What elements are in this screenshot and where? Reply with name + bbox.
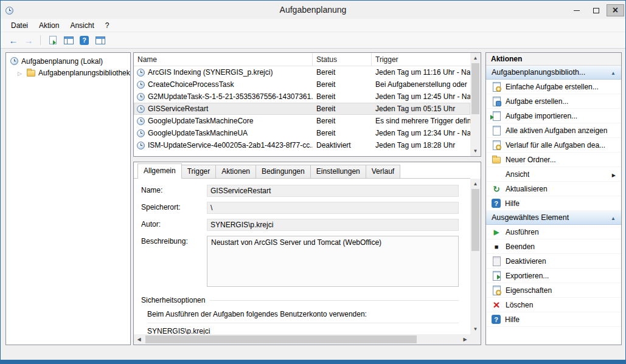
- action-help-selected[interactable]: Hilfe: [486, 312, 621, 327]
- console-tree-panel: Aufgabenplanung (Lokal) Aufgabenplanungs…: [5, 52, 131, 345]
- scroll-down-icon[interactable]: [470, 324, 481, 334]
- titlebar: Aufgabenplanung: [1, 1, 625, 19]
- details-scrollbar-vertical[interactable]: [470, 179, 481, 334]
- task-icon: [137, 142, 145, 149]
- help-button[interactable]: [77, 34, 91, 47]
- action-disable[interactable]: Deaktivieren: [486, 254, 621, 269]
- scrollbar-thumb[interactable]: [145, 335, 417, 343]
- menu-aktion[interactable]: Aktion: [33, 19, 64, 32]
- scroll-down-icon[interactable]: [470, 146, 481, 156]
- task-row-selected[interactable]: GISServiceRestart Bereit Jeden Tag um 05…: [134, 103, 470, 115]
- action-show-active-tasks[interactable]: Alle aktiven Aufgaben anzeigen: [486, 123, 621, 138]
- task-row[interactable]: GoogleUpdateTaskMachineUA Bereit Jeden T…: [134, 127, 470, 139]
- task-name: GISServiceRestart: [148, 105, 208, 113]
- task-scheduler-window: Aufgabenplanung Datei Aktion Ansicht ? A…: [0, 0, 626, 364]
- task-status: Bereit: [313, 68, 372, 77]
- task-row[interactable]: GoogleUpdateTaskMachineCore Bereit Es si…: [134, 115, 470, 127]
- chevron-up-icon[interactable]: [611, 68, 616, 77]
- tab-bedingungen[interactable]: Bedingungen: [256, 165, 311, 178]
- action-disable-history[interactable]: Verlauf für alle Aufgaben dea...: [486, 138, 621, 153]
- new-folder-icon: [492, 155, 501, 165]
- menu-ansicht[interactable]: Ansicht: [64, 19, 99, 32]
- stop-icon: [492, 242, 501, 252]
- minimize-button[interactable]: [568, 4, 585, 16]
- tree-item-aufgabenplanung-lokal[interactable]: Aufgabenplanung (Lokal): [6, 55, 130, 67]
- author-field[interactable]: SYNERGIS\p.krejci: [207, 219, 459, 231]
- location-label: Speicherort:: [141, 202, 207, 214]
- tab-verlauf[interactable]: Verlauf: [366, 165, 400, 178]
- action-view[interactable]: Ansicht: [486, 167, 621, 182]
- chevron-right-icon[interactable]: [18, 69, 24, 77]
- action-export[interactable]: Exportieren...: [486, 269, 621, 283]
- action-import-task[interactable]: Aufgabe importieren...: [486, 109, 621, 123]
- location-field[interactable]: \: [207, 202, 459, 214]
- scroll-left-icon[interactable]: [134, 334, 144, 345]
- back-button[interactable]: [7, 35, 20, 46]
- history-icon: [492, 140, 501, 150]
- description-field[interactable]: Neustart von ArcGIS Server und Tomcat (W…: [207, 236, 459, 287]
- task-row[interactable]: G2MUpdateTask-S-1-5-21-3535367556-143073…: [134, 91, 470, 103]
- task-name: GoogleUpdateTaskMachineUA: [148, 129, 248, 137]
- task-icon: [137, 81, 145, 89]
- chevron-up-icon[interactable]: [611, 213, 616, 222]
- section-header-library[interactable]: Aufgabenplanungsbiblioth...: [486, 66, 621, 80]
- action-pane-icon: [96, 36, 105, 44]
- action-run[interactable]: Ausführen: [486, 225, 621, 239]
- scroll-up-icon[interactable]: [470, 53, 481, 63]
- task-create-icon: [492, 97, 501, 106]
- task-status: Deaktiviert: [313, 141, 372, 149]
- tab-einstellungen[interactable]: Einstellungen: [310, 165, 366, 178]
- maximize-button[interactable]: [587, 4, 605, 16]
- task-row[interactable]: ArcGIS Indexing (SYNERGIS_p.krejci) Bere…: [134, 66, 470, 78]
- scrollbar-track[interactable]: [470, 63, 481, 146]
- scroll-right-icon[interactable]: [460, 334, 470, 345]
- scrollbar-track[interactable]: [470, 189, 481, 324]
- export-list-button[interactable]: [46, 34, 60, 47]
- column-header-name[interactable]: Name: [134, 53, 313, 66]
- task-list-header: Name Status Trigger: [134, 53, 470, 66]
- tab-aktionen[interactable]: Aktionen: [215, 165, 256, 178]
- close-button[interactable]: [607, 4, 624, 16]
- delete-icon: [492, 300, 501, 310]
- column-header-trigger[interactable]: Trigger: [372, 53, 470, 66]
- action-delete[interactable]: Löschen: [486, 298, 621, 312]
- action-help[interactable]: Hilfe: [486, 196, 621, 211]
- action-refresh[interactable]: Aktualisieren: [486, 182, 621, 196]
- action-pane-button[interactable]: [93, 34, 107, 47]
- scroll-up-icon[interactable]: [470, 179, 481, 189]
- task-row[interactable]: CreateChoiceProcessTask Bereit Bei Aufga…: [134, 78, 470, 91]
- scrollbar-thumb[interactable]: [471, 63, 479, 114]
- action-properties[interactable]: Eigenschaften: [486, 283, 621, 298]
- tree-item-aufgabenplanungsbibliothek[interactable]: Aufgabenplanungsbibliothek: [6, 67, 130, 78]
- task-icon: [137, 93, 145, 101]
- section-header-selected-item[interactable]: Ausgewähltes Element: [486, 211, 621, 225]
- tab-trigger[interactable]: Trigger: [181, 165, 217, 178]
- task-name: ISM-UpdateService-4e00205a-2ab1-4423-8f7…: [148, 141, 313, 149]
- menu-datei[interactable]: Datei: [5, 19, 33, 32]
- action-create-basic-task[interactable]: Einfache Aufgabe erstellen...: [486, 80, 621, 94]
- task-list-scrollbar[interactable]: [470, 53, 481, 156]
- active-tasks-icon: [492, 126, 501, 136]
- task-name: CreateChoiceProcessTask: [148, 80, 234, 89]
- column-header-status[interactable]: Status: [313, 53, 372, 66]
- scrollbar-track[interactable]: [144, 334, 460, 345]
- menu-hilfe[interactable]: ?: [100, 19, 115, 32]
- task-icon: [137, 117, 145, 125]
- details-scrollbar-horizontal[interactable]: [134, 334, 470, 345]
- center-column: Name Status Trigger ArcGIS Indexing (SYN…: [133, 52, 481, 345]
- action-create-task[interactable]: Aufgabe erstellen...: [486, 94, 621, 109]
- scrollbar-corner: [470, 334, 481, 345]
- task-new-icon: [492, 82, 501, 92]
- task-status: Bereit: [313, 80, 372, 89]
- scrollbar-thumb[interactable]: [471, 189, 479, 251]
- task-row[interactable]: ISM-UpdateService-4e00205a-2ab1-4423-8f7…: [134, 139, 470, 151]
- action-new-folder[interactable]: Neuer Ordner...: [486, 153, 621, 167]
- security-account-hint: Beim Ausführen der Aufgaben folgendes Be…: [147, 310, 459, 318]
- console-tree-button[interactable]: [61, 34, 75, 47]
- tab-allgemein[interactable]: Allgemein: [137, 163, 182, 179]
- action-end[interactable]: Beenden: [486, 239, 621, 254]
- forward-button[interactable]: [22, 35, 35, 46]
- task-name: G2MUpdateTask-S-1-5-21-3535367556-143073…: [148, 92, 313, 101]
- task-icon: [137, 105, 145, 113]
- name-field[interactable]: GISServiceRestart: [207, 185, 459, 197]
